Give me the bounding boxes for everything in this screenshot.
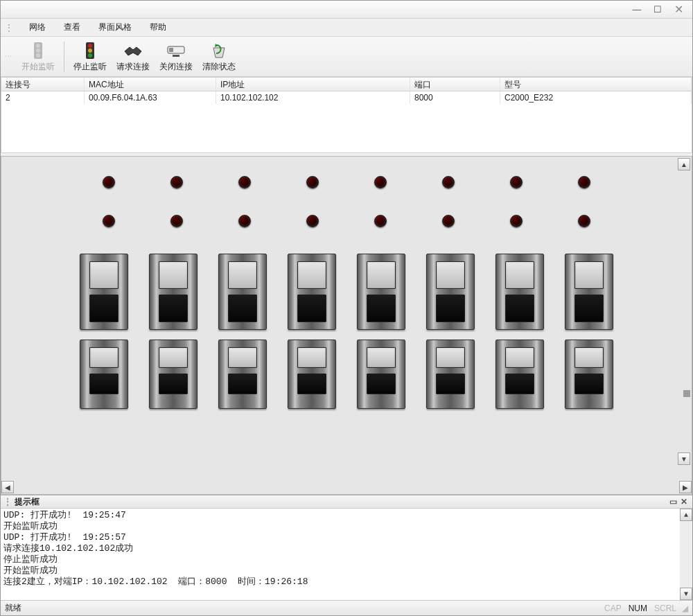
switch-pad-dark	[367, 373, 396, 394]
prompt-scroll-track[interactable]	[680, 521, 692, 588]
status-ready: 就绪	[5, 602, 21, 614]
scrollbar-thumb[interactable]	[683, 390, 690, 397]
toggle-switch[interactable]	[357, 340, 405, 409]
col-conn-id[interactable]: 连接号	[1, 78, 85, 91]
prompt-header: ⋮ 提示框 ▭ ✕	[1, 495, 692, 509]
switch-pad-dark	[367, 294, 396, 322]
maximize-button[interactable]: ☐	[648, 4, 667, 15]
menubar: ⋮ 网络 查看 界面风格 帮助	[1, 19, 692, 37]
toggle-switch[interactable]	[426, 340, 475, 409]
prompt-close-button[interactable]: ✕	[678, 497, 690, 507]
cell-ip: 10.102.102.102	[216, 91, 410, 104]
hscroll-track[interactable]	[14, 481, 679, 493]
connections-table: 连接号 MAC地址 IP地址 端口 型号 2 00.09.F6.04.1A.63…	[1, 77, 692, 153]
switch-pad-light	[436, 261, 465, 289]
request-conn-button[interactable]: 请求连接	[113, 39, 153, 75]
table-empty-area	[1, 104, 692, 152]
traffic-light-active-icon	[80, 40, 100, 61]
switch-pad-light	[574, 347, 604, 368]
col-mac[interactable]: MAC地址	[85, 78, 216, 91]
panel-scroll-down-button[interactable]: ▼	[678, 452, 690, 465]
svg-rect-10	[173, 55, 179, 57]
toggle-switch[interactable]	[218, 340, 267, 409]
menu-network[interactable]: 网络	[25, 20, 50, 35]
prompt-pin-button[interactable]: ▭	[667, 497, 678, 507]
switch-pad-light	[367, 261, 396, 289]
panel-scroll-right-button[interactable]: ▶	[679, 481, 692, 493]
traffic-light-icon	[28, 40, 49, 61]
toggle-switch[interactable]	[149, 340, 198, 409]
stop-listen-label: 停止监听	[73, 61, 107, 73]
switch-pad-dark	[89, 294, 119, 322]
toggle-switch[interactable]	[565, 340, 613, 409]
switch-pad-dark	[159, 373, 188, 394]
led-indicator	[306, 176, 319, 188]
num-indicator: NUM	[629, 604, 647, 613]
switch-pad-light	[89, 261, 119, 289]
table-row[interactable]: 2 00.09.F6.04.1A.63 10.102.102.102 8000 …	[1, 91, 692, 104]
clear-status-button[interactable]: 清除状态	[199, 39, 239, 75]
close-button[interactable]: ✕	[669, 4, 688, 15]
toggle-switch[interactable]	[357, 254, 405, 330]
toggle-switch[interactable]	[218, 254, 267, 330]
prompt-scroll-down-button[interactable]: ▼	[680, 588, 692, 600]
titlebar: — ☐ ✕	[1, 1, 692, 19]
col-port[interactable]: 端口	[410, 78, 500, 91]
toggle-switch[interactable]	[149, 254, 198, 330]
handshake-icon	[123, 40, 143, 61]
prompt-log[interactable]: UDP: 打开成功! 19:25:47 开始监听成功 UDP: 打开成功! 19…	[1, 509, 680, 600]
led-indicator	[578, 176, 590, 188]
menu-style[interactable]: 界面风格	[94, 20, 136, 35]
toggle-switch[interactable]	[565, 254, 613, 330]
svg-point-1	[36, 44, 40, 48]
led-indicator	[238, 215, 251, 227]
led-indicator	[510, 176, 523, 188]
switch-pad-light	[159, 347, 188, 368]
start-listen-button[interactable]: 开始监听	[18, 39, 58, 75]
switch-pad-dark	[436, 294, 465, 322]
cell-model: C2000_E232	[500, 91, 692, 104]
toggle-switch[interactable]	[288, 254, 336, 330]
led-indicator	[170, 215, 183, 227]
panel-scroll-left-button[interactable]: ◀	[1, 481, 14, 493]
menu-view[interactable]: 查看	[60, 20, 85, 35]
stop-listen-button[interactable]: 停止监听	[70, 39, 110, 75]
toggle-switch[interactable]	[80, 254, 128, 330]
start-listen-label: 开始监听	[21, 61, 55, 73]
app-window: — ☐ ✕ ⋮ 网络 查看 界面风格 帮助 ⋮ 开始监听	[0, 0, 693, 616]
prompt-title: 提示框	[15, 496, 40, 508]
statusbar: 就绪 CAP NUM SCRL ◢	[1, 600, 692, 615]
device-icon	[166, 40, 186, 61]
toggle-switch[interactable]	[495, 340, 544, 409]
toggle-switch[interactable]	[426, 254, 475, 330]
close-conn-button[interactable]: 关闭连接	[156, 39, 196, 75]
close-conn-label: 关闭连接	[159, 61, 193, 73]
led-indicator	[442, 215, 455, 227]
col-ip[interactable]: IP地址	[216, 78, 410, 91]
switch-pad-light	[228, 347, 257, 368]
io-panel: ▲	[1, 156, 692, 495]
col-model[interactable]: 型号	[500, 78, 692, 91]
table-header: 连接号 MAC地址 IP地址 端口 型号	[1, 78, 692, 91]
prompt-scroll-up-button[interactable]: ▲	[680, 509, 692, 521]
switch-pad-dark	[436, 373, 465, 394]
svg-point-2	[36, 49, 40, 53]
led-indicator	[170, 176, 183, 188]
toggle-switch[interactable]	[80, 340, 128, 409]
toggle-switch[interactable]	[495, 254, 544, 330]
switch-pad-light	[159, 261, 188, 289]
switch-pad-light	[574, 261, 604, 289]
svg-point-3	[36, 53, 40, 58]
resize-grip[interactable]: ◢	[682, 604, 688, 613]
switch-pad-dark	[159, 294, 188, 322]
prompt-grip: ⋮	[3, 497, 12, 507]
caps-indicator: CAP	[604, 604, 622, 613]
minimize-button[interactable]: —	[627, 4, 647, 15]
switch-pad-dark	[228, 294, 257, 322]
io-panel-body: ▲	[1, 157, 692, 480]
switch-pad-light	[228, 261, 257, 289]
led-indicator	[578, 215, 590, 227]
toggle-switch[interactable]	[288, 340, 336, 409]
menu-help[interactable]: 帮助	[146, 20, 170, 35]
panel-scroll-up-button[interactable]: ▲	[678, 158, 690, 170]
